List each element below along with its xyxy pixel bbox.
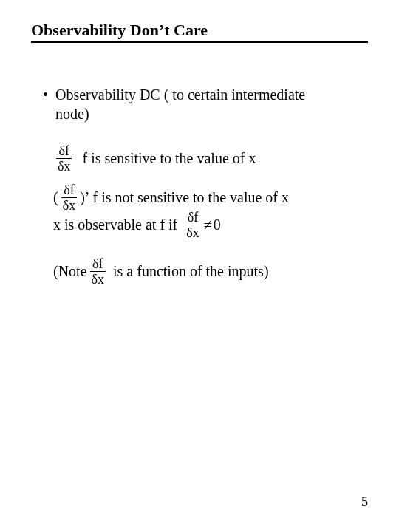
bullet-line-1: Observability DC ( to certain intermedia…	[55, 86, 305, 103]
fraction-denominator: δx	[61, 197, 77, 212]
bullet-item: • Observability DC ( to certain intermed…	[43, 86, 368, 123]
paren-close-prime: )’	[80, 188, 89, 208]
slide-page: Observability Don’t Care • Observability…	[0, 0, 399, 532]
slide-body: • Observability DC ( to certain intermed…	[31, 86, 368, 286]
line3-pre: x is observable at f if	[53, 216, 177, 235]
definition-line-1: δf δx f is sensitive to the value of x	[53, 144, 368, 173]
fraction-df-dx: δf δx	[56, 144, 72, 173]
page-title: Observability Don’t Care	[31, 21, 368, 43]
fraction-numerator: δf	[91, 257, 104, 271]
bullet-marker: •	[43, 86, 48, 105]
note-line: (Note δf δx is a function of the inputs)	[53, 257, 368, 286]
page-number: 5	[361, 494, 368, 510]
fraction-denominator: δx	[56, 158, 72, 173]
paren-open: (	[53, 188, 58, 208]
fraction-numerator: δf	[186, 211, 200, 225]
line2-text: f is not sensitive to the value of x	[92, 188, 289, 208]
not-equal-sign: ≠	[204, 216, 212, 235]
note-pre: (Note	[53, 262, 87, 282]
fraction-numerator: δf	[58, 144, 71, 158]
fraction-numerator: δf	[62, 183, 75, 197]
fraction-df-dx: δf δx	[185, 211, 200, 239]
line3-tail: 0	[214, 216, 221, 235]
definition-line-2: ( δf δx )’ f is not sensitive to the val…	[53, 183, 368, 212]
bullet-line-2: node)	[55, 106, 89, 122]
bullet-text: Observability DC ( to certain intermedia…	[55, 86, 305, 123]
note-post: is a function of the inputs)	[113, 262, 269, 282]
fraction-denominator: δx	[90, 271, 106, 286]
fraction-df-dx: δf δx	[61, 183, 77, 212]
line1-text: f is sensitive to the value of x	[82, 149, 256, 168]
fraction-denominator: δx	[185, 225, 200, 239]
definition-line-3: x is observable at f if δf δx ≠ 0	[53, 211, 368, 239]
fraction-df-dx: δf δx	[90, 257, 106, 286]
